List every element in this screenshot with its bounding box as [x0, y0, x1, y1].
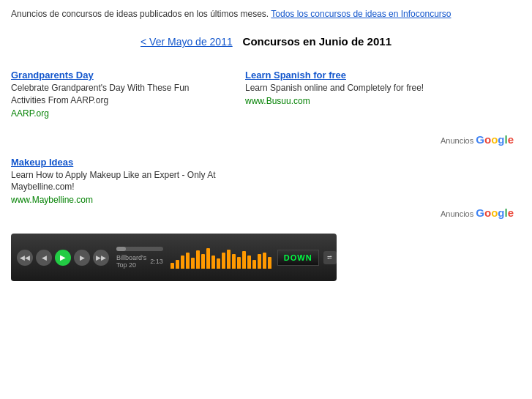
download-button[interactable]: DOWN [277, 250, 319, 266]
progress-bar-fill [116, 247, 126, 251]
ad-link-spanish[interactable]: Learn Spanish for free [245, 70, 346, 81]
audio-visualizer [171, 247, 271, 269]
visualizer-bar [268, 257, 271, 269]
visualizer-bar [171, 263, 174, 269]
anuncios-label-2: Anuncios [441, 209, 473, 218]
media-player: ◀◀ ◀ ▶ ▶ ▶▶ Billboard's Top 20 2:13 DOWN… [11, 234, 337, 281]
rewind-button[interactable]: ◀◀ [17, 250, 33, 266]
shuffle-button[interactable]: ⇌ [323, 251, 337, 264]
google-anuncios-row2: Anuncios Google [11, 206, 521, 219]
player-label: Billboard's Top 20 [116, 254, 146, 269]
anuncios-label-1: Anuncios [441, 136, 473, 145]
ads-section-row2: Makeup Ideas Learn How to Apply Makeup L… [11, 157, 521, 220]
player-time: 2:13 [150, 258, 163, 265]
ad-desc-makeup: Learn How to Apply Makeup Like an Expert… [11, 169, 216, 194]
month-nav: < Ver Mayo de 2011 Concursos en Junio de… [11, 35, 521, 48]
player-controls: ◀◀ ◀ ▶ ▶ ▶▶ [17, 250, 109, 266]
google-anuncios-row1: Anuncios Google [11, 133, 521, 146]
visualizer-bar [176, 260, 179, 269]
visualizer-bar [242, 251, 246, 269]
visualizer-bar [263, 253, 266, 269]
progress-bar[interactable] [116, 247, 163, 251]
player-right-controls: ⇌ ↻ 🔊 i [323, 251, 337, 264]
google-brand-2: Google [476, 206, 514, 219]
player-label-row: Billboard's Top 20 2:13 [116, 254, 163, 269]
visualizer-bar [237, 257, 241, 269]
top-bar: Anuncios de concursos de ideas publicado… [11, 7, 521, 20]
ad-title-spanish[interactable]: Learn Spanish for free [245, 70, 450, 81]
fast-forward-button[interactable]: ▶▶ [93, 250, 109, 266]
visualizer-bar [227, 250, 231, 269]
top-bar-text: Anuncios de concursos de ideas publicado… [11, 9, 269, 19]
ad-desc-grandparents: Celebrate Grandparent's Day With These F… [11, 82, 216, 107]
prev-month-link[interactable]: < Ver Mayo de 2011 [141, 36, 233, 48]
ad-link-grandparents[interactable]: Grandparents Day [11, 70, 94, 81]
ad-desc-spanish: Learn Spanish online and Completely for … [245, 82, 450, 94]
visualizer-bar [232, 254, 236, 269]
ad-title-makeup[interactable]: Makeup Ideas [11, 157, 216, 168]
visualizer-bar [186, 253, 190, 269]
visualizer-bar [222, 253, 225, 269]
visualizer-bar [211, 256, 215, 269]
infoconcurso-link[interactable]: Todos los concursos de ideas en Infoconc… [271, 9, 451, 19]
ad-title-grandparents[interactable]: Grandparents Day [11, 70, 216, 81]
ads-row-1: Grandparents Day Celebrate Grandparent's… [11, 70, 521, 119]
visualizer-bar [181, 256, 184, 269]
visualizer-bar [206, 248, 210, 269]
visualizer-bar [196, 250, 200, 269]
prev-button[interactable]: ◀ [36, 250, 52, 266]
visualizer-bar [258, 254, 261, 269]
play-button[interactable]: ▶ [55, 250, 71, 266]
google-brand-1: Google [476, 133, 514, 146]
visualizer-bar [247, 256, 251, 269]
ad-block-makeup: Makeup Ideas Learn How to Apply Makeup L… [11, 157, 216, 206]
ad-url-makeup: www.Maybelline.com [11, 195, 216, 205]
visualizer-bar [217, 258, 220, 269]
ads-section-row1: Grandparents Day Celebrate Grandparent's… [11, 70, 521, 146]
visualizer-bar [201, 254, 205, 269]
current-month: Concursos en Junio de 2011 [243, 35, 391, 48]
ad-block-spanish: Learn Spanish for free Learn Spanish onl… [245, 70, 450, 119]
visualizer-bar [252, 260, 256, 269]
visualizer-bar [191, 258, 195, 269]
ad-url-spanish: www.Busuu.com [245, 96, 450, 106]
ad-block-grandparents: Grandparents Day Celebrate Grandparent's… [11, 70, 216, 119]
ad-url-grandparents: AARP.org [11, 108, 216, 119]
next-button[interactable]: ▶ [74, 250, 90, 266]
player-info: Billboard's Top 20 2:13 [116, 247, 163, 269]
ad-link-makeup[interactable]: Makeup Ideas [11, 157, 73, 168]
